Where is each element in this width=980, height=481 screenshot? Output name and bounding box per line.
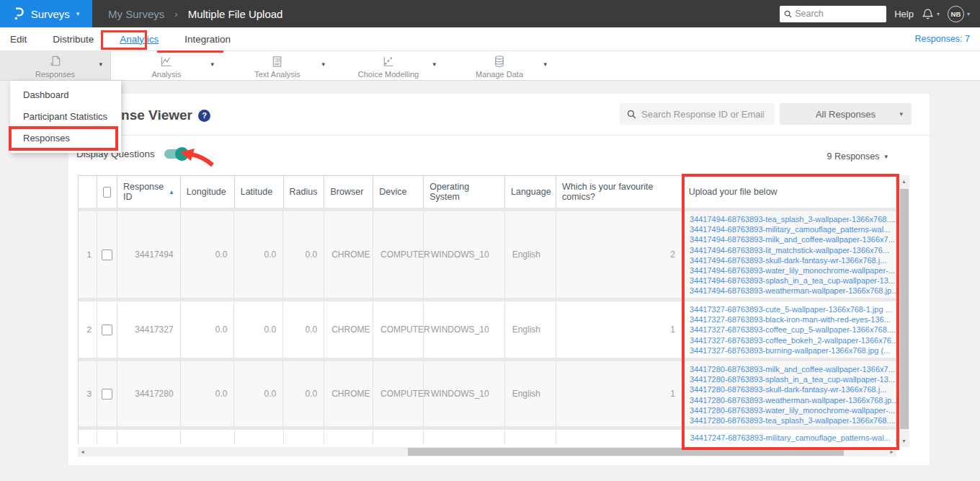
uploaded-file-link[interactable]: 34417327-68763893-coffee_bokeh_2-wallpap… bbox=[690, 335, 896, 345]
uploaded-file-link[interactable]: 34417494-68763893-milk_and_coffee-wallpa… bbox=[690, 234, 896, 244]
uploaded-file-link[interactable]: 34417327-68763893-burning-wallpaper-1366… bbox=[690, 345, 896, 356]
response-search-input[interactable] bbox=[641, 109, 764, 120]
uploaded-file-link[interactable]: 34417327-68763893-cute_5-wallpaper-1366x… bbox=[690, 304, 896, 314]
uploaded-file-link[interactable]: 34417280-68763893-water_lily_monochrome-… bbox=[690, 405, 896, 415]
toolbar-responses-button[interactable]: Responses ▾ bbox=[0, 51, 111, 80]
notifications-button[interactable]: ▾ bbox=[922, 8, 940, 20]
cell-latitude: 0.0 bbox=[234, 361, 283, 426]
chevron-down-icon: ▾ bbox=[210, 61, 214, 68]
line-chart-icon bbox=[159, 55, 174, 69]
toolbar-analysis-button[interactable]: Analysis ▾ bbox=[111, 51, 222, 80]
tab-distribute[interactable]: Distribute bbox=[53, 34, 94, 45]
toolbar-text-analysis-button[interactable]: Text Analysis ▾ bbox=[222, 51, 333, 80]
response-search-box[interactable] bbox=[620, 103, 775, 125]
cell-longitude: 0.0 bbox=[181, 211, 235, 298]
response-filter-dropdown[interactable]: All Responses ▾ bbox=[780, 103, 912, 125]
uploaded-file-link[interactable]: 34417494-68763893-water_lily_monochrome-… bbox=[690, 265, 896, 275]
toolbar-responses-label: Responses bbox=[35, 70, 75, 79]
cell-latitude: 0.0 bbox=[234, 301, 283, 358]
menu-item-dashboard[interactable]: Dashboard bbox=[10, 84, 121, 106]
search-icon bbox=[784, 10, 792, 18]
uploaded-file-link[interactable]: 34417280-68763893-milk_and_coffee-wallpa… bbox=[690, 364, 896, 374]
responses-count-badge: Responses: 7 bbox=[915, 34, 980, 44]
tab-analytics[interactable]: Analytics bbox=[120, 34, 159, 45]
horizontal-scrollbar[interactable]: ◄ ► bbox=[78, 447, 896, 456]
table-header-row: Response ID ▲ Longitude Latitude Radius … bbox=[79, 176, 896, 208]
row-checkbox-cell bbox=[97, 361, 117, 426]
header-comics-question[interactable]: Which is your favourite comics? bbox=[556, 176, 683, 208]
uploaded-file-link[interactable]: 34417280-68763893-skull-dark-fantasy-wr-… bbox=[690, 384, 896, 394]
vertical-scrollbar[interactable]: ▲ ▼ bbox=[899, 175, 909, 447]
uploaded-file-link[interactable]: 34417494-68763893-splash_in_a_tea_cup-wa… bbox=[690, 275, 896, 286]
breadcrumb-my-surveys[interactable]: My Surveys bbox=[108, 8, 164, 20]
scroll-up-icon[interactable]: ▲ bbox=[901, 177, 906, 186]
uploaded-file-link[interactable]: 34417280-68763893-weatherman-wallpaper-1… bbox=[690, 395, 896, 405]
header-longitude[interactable]: Longitude bbox=[181, 176, 235, 208]
tab-edit[interactable]: Edit bbox=[10, 34, 27, 45]
cell-device: COMPUTER bbox=[373, 211, 424, 298]
row-checkbox[interactable] bbox=[102, 325, 112, 335]
uploaded-file-link[interactable]: 34417494-68763893-weatherman-wallpaper-1… bbox=[690, 286, 896, 296]
breadcrumb-current-survey: Multiple File Upload bbox=[188, 8, 283, 20]
uploaded-file-link[interactable]: 34417327-68763893-black-iron-man-with-re… bbox=[690, 314, 896, 325]
menu-item-responses[interactable]: Responses bbox=[10, 128, 121, 149]
toggle-knob bbox=[175, 147, 189, 161]
uploaded-file-link[interactable]: 34417247-68763893-military_camouflage_pa… bbox=[690, 433, 896, 443]
table-row: 34417247-68763893-military_camouflage_pa… bbox=[79, 430, 896, 444]
scroll-right-icon[interactable]: ► bbox=[889, 447, 894, 456]
header-latitude[interactable]: Latitude bbox=[235, 176, 284, 208]
header-row-number bbox=[79, 176, 97, 208]
cell-radius: 0.0 bbox=[283, 211, 324, 298]
cell-radius: 0.0 bbox=[283, 361, 324, 426]
cell-uploaded-files: 34417494-68763893-tea_splash_3-wallpaper… bbox=[682, 211, 896, 298]
tab-integration[interactable]: Integration bbox=[184, 34, 231, 45]
header-device[interactable]: Device bbox=[373, 176, 424, 208]
header-browser[interactable]: Browser bbox=[324, 176, 373, 208]
uploaded-file-link[interactable]: 34417494-68763893-skull-dark-fantasy-wr-… bbox=[690, 255, 896, 265]
display-questions-toggle[interactable] bbox=[164, 149, 187, 159]
cell-language bbox=[505, 430, 556, 444]
row-number bbox=[79, 430, 97, 444]
header-response-id[interactable]: Response ID ▲ bbox=[117, 176, 181, 208]
uploaded-file-link[interactable]: 34417280-68763893-splash_in_a_tea_cup-wa… bbox=[690, 374, 896, 384]
app-window: Surveys ▾ My Surveys › Multiple File Upl… bbox=[0, 0, 980, 481]
account-menu-button[interactable]: NB ▾ bbox=[948, 6, 970, 22]
row-checkbox-cell bbox=[97, 211, 117, 298]
row-checkbox[interactable] bbox=[102, 389, 112, 400]
row-number: 3 bbox=[79, 361, 97, 426]
select-all-checkbox[interactable] bbox=[103, 187, 111, 198]
header-radius[interactable]: Radius bbox=[284, 176, 325, 208]
help-question-icon[interactable]: ? bbox=[198, 110, 210, 122]
cell-language: English bbox=[505, 361, 556, 426]
surveys-menu-label: Surveys bbox=[31, 8, 70, 20]
uploaded-file-link[interactable]: 34417280-68763893-tea_splash_3-wallpaper… bbox=[690, 415, 896, 425]
uploaded-file-link[interactable]: 34417494-68763893-military_camouflage_pa… bbox=[690, 224, 896, 234]
scroll-down-icon[interactable]: ▼ bbox=[901, 436, 906, 446]
cell-response-id: 34417327 bbox=[117, 301, 181, 358]
bell-icon bbox=[922, 8, 934, 20]
responses-count-dropdown[interactable]: 9 Responses ▾ bbox=[827, 151, 888, 162]
horizontal-scrollbar-thumb[interactable] bbox=[408, 448, 844, 456]
chevron-down-icon: ▾ bbox=[432, 61, 436, 68]
header-language[interactable]: Language bbox=[505, 176, 556, 208]
scroll-left-icon[interactable]: ◄ bbox=[80, 447, 85, 456]
topbar-right: Help ▾ NB ▾ bbox=[780, 6, 980, 22]
toolbar-manage-data-button[interactable]: Manage Data ▾ bbox=[444, 51, 555, 80]
vertical-scrollbar-thumb[interactable] bbox=[900, 189, 909, 429]
header-upload-file[interactable]: Upload your file below bbox=[683, 176, 896, 208]
global-search[interactable] bbox=[780, 6, 886, 22]
cell-comics-answer: 2 bbox=[556, 211, 683, 298]
uploaded-file-link[interactable]: 34417494-68763893-tea_splash_3-wallpaper… bbox=[690, 214, 896, 224]
menu-item-participant-statistics[interactable]: Participant Statistics bbox=[10, 106, 121, 128]
uploaded-file-link[interactable]: 34417494-68763893-lit_matchstick-wallpap… bbox=[690, 245, 896, 255]
global-search-input[interactable] bbox=[795, 9, 874, 19]
uploaded-file-link[interactable]: 34417247-68763893-splash_in_a_tea_cup-wa… bbox=[690, 443, 896, 444]
header-operating-system[interactable]: Operating System bbox=[424, 176, 505, 208]
uploaded-file-link[interactable]: 34417327-68763893-coffee_cup_5-wallpaper… bbox=[690, 325, 896, 335]
cell-device: COMPUTER bbox=[373, 301, 424, 358]
help-link[interactable]: Help bbox=[894, 9, 914, 19]
row-checkbox[interactable] bbox=[102, 250, 112, 260]
toolbar-choice-modelling-button[interactable]: Choice Modelling ▾ bbox=[333, 51, 444, 80]
search-icon bbox=[627, 110, 636, 119]
surveys-menu-button[interactable]: Surveys ▾ bbox=[0, 0, 92, 27]
